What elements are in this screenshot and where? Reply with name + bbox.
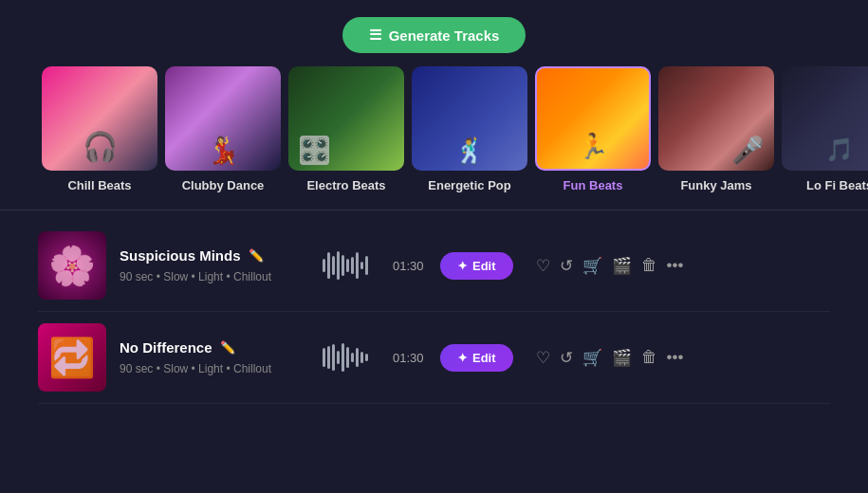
waveform-suspicious	[323, 250, 379, 281]
track-list: 🌸 Suspicious Minds ✏️ 90 sec • Slow • Li…	[0, 220, 868, 404]
genre-img-funky: 🎤	[658, 66, 774, 171]
wave-bar	[346, 259, 349, 272]
wave-bar	[351, 353, 354, 362]
genre-card-lofi-beats[interactable]: 🎵 Lo Fi Beats	[778, 66, 868, 192]
genre-label-chill: Chill Beats	[67, 178, 131, 192]
genre-label-funky: Funky Jams	[680, 178, 751, 192]
regenerate-button-nodiff[interactable]: ↺	[560, 348, 573, 368]
track-item-suspicious-minds: 🌸 Suspicious Minds ✏️ 90 sec • Slow • Li…	[38, 220, 830, 312]
singer-figure: 🎤	[731, 135, 765, 166]
wave-bar	[342, 343, 344, 372]
genre-card-fun-beats[interactable]: 🏃 Fun Beats	[531, 66, 655, 192]
delete-button-nodiff[interactable]: 🗑	[641, 348, 657, 367]
generate-tracks-button[interactable]: ☰ Generate Tracks	[342, 17, 526, 53]
wave-bar	[365, 256, 368, 275]
track-info-nodiff: No Difference ✏️ 90 sec • Slow • Light •…	[120, 339, 309, 376]
wave-bar	[360, 352, 363, 363]
genre-img-lofi: 🎵	[782, 66, 868, 171]
section-divider	[0, 210, 868, 210]
track-title-row: Suspicious Minds ✏️	[120, 247, 309, 264]
genre-label-clubby: Clubby Dance	[182, 178, 265, 192]
wave-bar	[356, 252, 359, 279]
track-title-suspicious: Suspicious Minds	[120, 247, 241, 264]
track-info-suspicious: Suspicious Minds ✏️ 90 sec • Slow • Ligh…	[120, 247, 309, 284]
genre-card-energetic-pop[interactable]: 🕺 Energetic Pop	[408, 66, 531, 192]
wave-bar	[337, 251, 340, 280]
wave-bar	[327, 252, 330, 279]
genre-img-electro: 🎛️	[288, 66, 404, 171]
like-button-nodiff[interactable]: ♡	[536, 348, 550, 368]
genre-img-funbeats: 🏃	[535, 66, 651, 171]
wave-bar	[346, 347, 349, 368]
genre-img-energetic: 🕺	[412, 66, 527, 171]
cart-button-suspicious[interactable]: 🛒	[582, 256, 602, 276]
genre-card-electro-beats[interactable]: 🎛️ Electro Beats	[285, 66, 408, 192]
genre-card-clubby-dance[interactable]: 💃 Clubby Dance	[161, 66, 285, 192]
genre-label-funbeats: Fun Beats	[563, 178, 623, 192]
track-thumb-nodiff: 🔁	[38, 323, 106, 392]
like-button-suspicious[interactable]: ♡	[536, 256, 550, 276]
delete-button-suspicious[interactable]: 🗑	[641, 256, 657, 275]
track-duration-suspicious: 01:30	[393, 259, 427, 273]
genre-label-electro: Electro Beats	[306, 178, 385, 192]
track-meta-suspicious: 90 sec • Slow • Light • Chillout	[120, 270, 271, 283]
dj-figure: 🎛️	[298, 135, 331, 166]
track-duration-nodiff: 01:30	[393, 351, 427, 365]
wave-bar	[351, 257, 354, 274]
genre-img-chill: 🎧	[42, 66, 157, 171]
track-thumb-suspicious: 🌸	[38, 231, 106, 300]
sparkle-icon-2: ✦	[457, 351, 468, 365]
wave-bar	[360, 262, 363, 269]
list-icon: ☰	[369, 27, 381, 44]
genre-img-clubby: 💃	[165, 66, 281, 171]
spiral-icon: 🔁	[38, 323, 106, 392]
track-actions-suspicious: ♡ ↺ 🛒 🎬 🗑 •••	[536, 256, 684, 276]
video-button-suspicious[interactable]: 🎬	[612, 256, 632, 276]
wave-bar	[365, 354, 368, 361]
cart-button-nodiff[interactable]: 🛒	[582, 348, 602, 368]
edit-label-2: Edit	[472, 351, 496, 365]
generate-tracks-label: Generate Tracks	[389, 27, 500, 44]
video-button-nodiff[interactable]: 🎬	[612, 348, 632, 368]
edit-track-button-suspicious[interactable]: ✦ Edit	[440, 252, 513, 280]
edit-track-button-nodiff[interactable]: ✦ Edit	[440, 344, 513, 372]
genre-label-energetic: Energetic Pop	[428, 178, 510, 192]
wave-bar	[323, 348, 325, 367]
mandala-icon: 🌸	[38, 231, 106, 300]
more-button-nodiff[interactable]: •••	[667, 348, 684, 367]
genre-card-funky-jams[interactable]: 🎤 Funky Jams	[655, 66, 778, 192]
wave-bar	[323, 259, 325, 272]
sparkle-icon: ✦	[457, 259, 468, 273]
wave-bar	[356, 348, 359, 367]
wave-bar	[337, 351, 340, 364]
genre-carousel: 🎧 Chill Beats 💃 Clubby Dance 🎛️ Electro …	[0, 66, 868, 192]
wave-bar	[327, 346, 330, 369]
waveform-nodiff	[323, 342, 379, 373]
more-button-suspicious[interactable]: •••	[667, 256, 684, 275]
track-item-no-difference: 🔁 No Difference ✏️ 90 sec • Slow • Light…	[38, 312, 830, 404]
wave-bar	[342, 255, 344, 276]
track-meta-nodiff: 90 sec • Slow • Light • Chillout	[120, 362, 271, 375]
track-title-nodiff: No Difference	[120, 339, 212, 356]
track-rename-icon-nodiff[interactable]: ✏️	[220, 340, 235, 355]
track-actions-nodiff: ♡ ↺ 🛒 🎬 🗑 •••	[536, 348, 684, 368]
genre-label-lofi: Lo Fi Beats	[806, 178, 868, 192]
header: ☰ Generate Tracks	[0, 0, 868, 66]
track-rename-icon-suspicious[interactable]: ✏️	[249, 248, 264, 263]
wave-bar	[332, 256, 335, 275]
edit-label: Edit	[472, 259, 496, 273]
track-title-row-nodiff: No Difference ✏️	[120, 339, 309, 356]
wave-bar	[332, 344, 335, 371]
genre-card-chill-beats[interactable]: 🎧 Chill Beats	[38, 66, 161, 192]
regenerate-button-suspicious[interactable]: ↺	[560, 256, 573, 276]
